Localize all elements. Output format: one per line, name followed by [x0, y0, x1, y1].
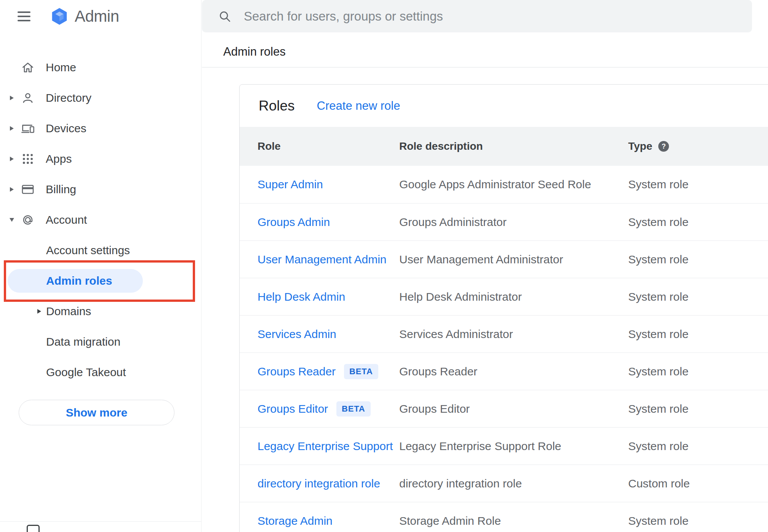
brand-title: Admin [75, 7, 119, 26]
roles-table-body: Super Admin Google Apps Administrator Se… [240, 166, 768, 532]
role-link[interactable]: Groups Reader [258, 365, 336, 378]
sidebar-item-account-settings[interactable]: Account settings [0, 235, 201, 266]
table-row: Services Admin Services Administrator Sy… [240, 315, 768, 353]
search-bar [202, 0, 752, 32]
sidebar-item-label: Directory [46, 91, 91, 104]
roles-title: Roles [259, 98, 295, 114]
create-new-role-link[interactable]: Create new role [317, 99, 400, 113]
sidebar-item-google-takeout[interactable]: Google Takeout [0, 357, 201, 388]
sidebar-item-admin-roles[interactable]: Admin roles [0, 266, 201, 296]
table-row: Groups Admin Groups Administrator System… [240, 203, 768, 240]
at-icon [21, 213, 35, 227]
sidebar-item-label: Devices [46, 122, 86, 135]
column-role-description: Role description [399, 140, 628, 152]
table-row: directory integration role directory int… [240, 465, 768, 502]
chevron-right-icon [10, 187, 14, 192]
sidebar-item-label: Admin roles [46, 274, 112, 287]
role-description: Groups Editor [399, 402, 628, 415]
apps-icon [21, 152, 35, 166]
table-row: Legacy Enterprise Support Legacy Enterpr… [240, 427, 768, 465]
roles-card-header: Roles Create new role [240, 85, 768, 127]
role-link[interactable]: Storage Admin [258, 514, 333, 527]
role-description: Groups Administrator [399, 216, 628, 229]
table-row: Groups Reader BETA Groups Reader System … [240, 353, 768, 390]
role-description: Groups Reader [399, 365, 628, 378]
page-divider [202, 67, 768, 67]
role-link[interactable]: Groups Admin [258, 216, 330, 229]
chevron-right-icon[interactable] [37, 309, 41, 314]
role-description: Legacy Enterprise Support Role [399, 440, 628, 453]
column-role: Role [258, 140, 399, 152]
role-type: System role [628, 290, 768, 303]
table-row: Groups Editor BETA Groups Editor System … [240, 390, 768, 427]
devices-icon [21, 121, 35, 136]
home-icon [21, 60, 35, 75]
role-type: System role [628, 402, 768, 415]
role-description: directory integration role [399, 477, 628, 490]
chevron-right-icon [10, 157, 14, 161]
table-row: Help Desk Admin Help Desk Administrator … [240, 278, 768, 315]
role-description: Help Desk Administrator [399, 290, 628, 303]
role-description: Services Administrator [399, 328, 628, 341]
column-type: Type ? [628, 140, 768, 152]
role-type: System role [628, 365, 768, 378]
sidebar-item-directory[interactable]: Directory [0, 83, 201, 113]
show-more-button[interactable]: Show more [19, 400, 174, 425]
role-link[interactable]: User Management Admin [258, 253, 387, 266]
chevron-right-icon [10, 126, 14, 131]
menu-icon[interactable] [18, 9, 33, 24]
sidebar-item-home[interactable]: Home [0, 52, 201, 83]
sidebar-item-domains[interactable]: Domains [0, 296, 201, 327]
roles-card: Roles Create new role Role Role descript… [239, 84, 768, 532]
role-link[interactable]: Legacy Enterprise Support [258, 440, 393, 453]
table-row: Super Admin Google Apps Administrator Se… [240, 166, 768, 203]
beta-badge: BETA [344, 364, 378, 379]
sidebar-nav: Home Directory Devices Apps Billing Acco… [0, 52, 201, 235]
help-icon[interactable]: ? [658, 141, 669, 152]
roles-table-header: Role Role description Type ? [240, 127, 768, 166]
sidebar-item-data-migration[interactable]: Data migration [0, 327, 201, 357]
search-icon [218, 10, 232, 23]
role-link[interactable]: Super Admin [258, 178, 323, 191]
sidebar-item-devices[interactable]: Devices [0, 113, 201, 144]
role-description: Storage Admin Role [399, 514, 628, 527]
sidebar: Admin Home Directory Devices Apps Billin… [0, 0, 202, 532]
sidebar-item-label: Account [46, 213, 87, 226]
sidebar-item-label: Home [46, 61, 76, 74]
sidebar-item-label: Account settings [46, 244, 130, 257]
role-type: System role [628, 514, 768, 527]
chevron-down-icon [10, 218, 14, 222]
sidebar-footer [0, 521, 201, 532]
admin-logo-icon [50, 6, 69, 26]
role-type: System role [628, 216, 768, 229]
role-link[interactable]: directory integration role [258, 477, 380, 490]
role-type: System role [628, 253, 768, 266]
sidebar-item-label: Google Takeout [46, 366, 126, 379]
role-description: Google Apps Administrator Seed Role [399, 178, 628, 191]
billing-icon [21, 182, 35, 197]
chevron-right-icon [10, 96, 14, 100]
search-input[interactable] [244, 5, 752, 28]
sidebar-item-billing[interactable]: Billing [0, 174, 201, 205]
beta-badge: BETA [336, 401, 370, 417]
partial-footer-icon [27, 525, 40, 532]
role-link[interactable]: Groups Editor [258, 402, 328, 415]
sidebar-item-apps[interactable]: Apps [0, 144, 201, 174]
sidebar-item-account[interactable]: Account [0, 205, 201, 235]
sidebar-header: Admin [0, 0, 201, 33]
role-type: System role [628, 328, 768, 341]
role-link[interactable]: Help Desk Admin [258, 290, 345, 303]
table-row: Storage Admin Storage Admin Role System … [240, 502, 768, 532]
role-type: System role [628, 178, 768, 191]
breadcrumb: Admin roles [223, 45, 286, 59]
role-type: System role [628, 440, 768, 453]
role-link[interactable]: Services Admin [258, 328, 336, 341]
sidebar-item-label: Apps [46, 152, 72, 165]
account-subnav: Account settings Admin roles Domains Dat… [0, 235, 201, 388]
sidebar-item-label: Billing [46, 183, 76, 196]
table-row: User Management Admin User Management Ad… [240, 240, 768, 278]
sidebar-item-label: Domains [46, 305, 91, 318]
role-type: Custom role [628, 477, 768, 490]
role-description: User Management Administrator [399, 253, 628, 266]
sidebar-item-label: Data migration [46, 335, 120, 348]
